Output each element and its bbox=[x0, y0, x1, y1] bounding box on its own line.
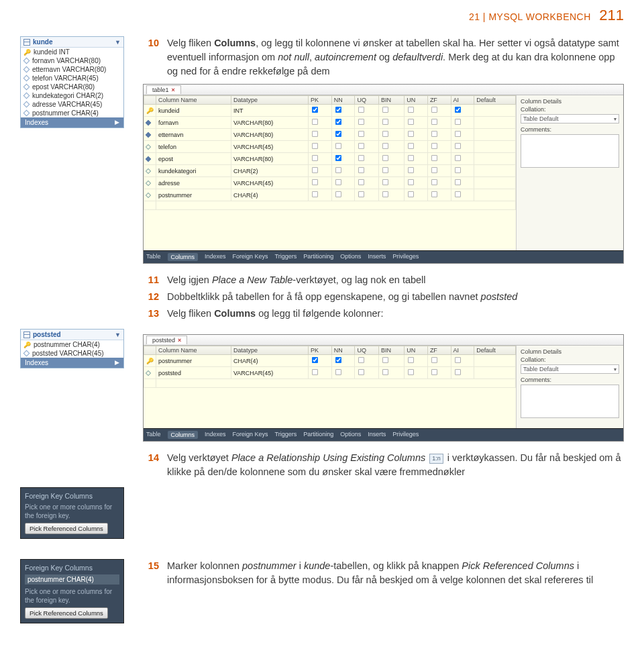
grid-row[interactable]: 🔑postnummerCHAR(4) bbox=[144, 355, 516, 367]
indexes-row[interactable]: Indexes▶ bbox=[21, 358, 123, 368]
grid-checkbox[interactable] bbox=[335, 369, 341, 375]
designer-tab[interactable]: table1× bbox=[146, 85, 181, 94]
grid-checkbox[interactable] bbox=[312, 155, 318, 161]
grid-checkbox[interactable] bbox=[408, 155, 414, 161]
grid-checkbox[interactable] bbox=[335, 167, 341, 173]
grid-checkbox[interactable] bbox=[382, 119, 388, 125]
grid-checkbox[interactable] bbox=[335, 143, 341, 149]
designer-tab-partitioning[interactable]: Partitioning bbox=[303, 431, 333, 439]
collation-dropdown[interactable]: Table Default▾ bbox=[521, 364, 619, 374]
designer-tab-table[interactable]: Table bbox=[146, 431, 161, 439]
grid-checkbox[interactable] bbox=[358, 357, 364, 363]
grid-row[interactable]: etternavnVARCHAR(80) bbox=[144, 129, 516, 141]
grid-checkbox[interactable] bbox=[431, 131, 437, 137]
designer-tab-triggers[interactable]: Triggers bbox=[275, 431, 297, 439]
grid-checkbox[interactable] bbox=[358, 155, 364, 161]
close-icon[interactable]: × bbox=[178, 337, 181, 344]
designer-tab-partitioning[interactable]: Partitioning bbox=[303, 253, 333, 261]
indexes-row[interactable]: Indexes▶ bbox=[21, 117, 123, 128]
grid-row[interactable]: fornavnVARCHAR(80) bbox=[144, 117, 516, 129]
grid-checkbox[interactable] bbox=[455, 143, 461, 149]
grid-checkbox[interactable] bbox=[408, 191, 414, 197]
comments-textarea[interactable] bbox=[521, 385, 619, 418]
grid-row[interactable]: kundekategoriCHAR(2) bbox=[144, 165, 516, 177]
comments-textarea[interactable] bbox=[521, 134, 619, 168]
grid-checkbox[interactable] bbox=[335, 131, 341, 137]
grid-checkbox[interactable] bbox=[455, 357, 461, 363]
grid-checkbox[interactable] bbox=[431, 369, 437, 375]
designer-tab-indexes[interactable]: Indexes bbox=[205, 253, 226, 261]
grid-checkbox[interactable] bbox=[382, 155, 388, 161]
grid-checkbox[interactable] bbox=[335, 179, 341, 185]
designer-tab-options[interactable]: Options bbox=[340, 431, 361, 439]
grid-checkbox[interactable] bbox=[431, 119, 437, 125]
grid-checkbox[interactable] bbox=[335, 119, 341, 125]
grid-checkbox[interactable] bbox=[312, 167, 318, 173]
collapse-icon[interactable]: ▼ bbox=[115, 39, 121, 46]
grid-row[interactable]: postnummerCHAR(4) bbox=[144, 189, 516, 201]
grid-checkbox[interactable] bbox=[358, 143, 364, 149]
designer-tab-foreign keys[interactable]: Foreign Keys bbox=[233, 253, 268, 261]
grid-checkbox[interactable] bbox=[358, 167, 364, 173]
designer-tab-foreign keys[interactable]: Foreign Keys bbox=[233, 431, 268, 439]
grid-checkbox[interactable] bbox=[312, 179, 318, 185]
designer-tab-privileges[interactable]: Privileges bbox=[392, 253, 419, 261]
grid-checkbox[interactable] bbox=[382, 143, 388, 149]
grid-checkbox[interactable] bbox=[431, 357, 437, 363]
grid-checkbox[interactable] bbox=[408, 143, 414, 149]
grid-checkbox[interactable] bbox=[408, 131, 414, 137]
grid-checkbox[interactable] bbox=[431, 107, 437, 113]
columns-grid[interactable]: Column NameDatatypePKNNUQBINUNZFAIDefaul… bbox=[144, 95, 516, 210]
grid-checkbox[interactable] bbox=[431, 143, 437, 149]
designer-tab-columns[interactable]: Columns bbox=[168, 431, 199, 439]
designer-tab-options[interactable]: Options bbox=[340, 253, 361, 261]
grid-checkbox[interactable] bbox=[431, 191, 437, 197]
grid-checkbox[interactable] bbox=[358, 191, 364, 197]
designer-tab-triggers[interactable]: Triggers bbox=[275, 253, 297, 261]
grid-checkbox[interactable] bbox=[358, 369, 364, 375]
grid-row[interactable]: poststedVARCHAR(45) bbox=[144, 367, 516, 379]
grid-checkbox[interactable] bbox=[312, 131, 318, 137]
grid-checkbox[interactable] bbox=[431, 155, 437, 161]
grid-checkbox[interactable] bbox=[455, 191, 461, 197]
designer-tab-inserts[interactable]: Inserts bbox=[368, 253, 386, 261]
grid-checkbox[interactable] bbox=[312, 357, 318, 363]
grid-checkbox[interactable] bbox=[455, 155, 461, 161]
grid-checkbox[interactable] bbox=[312, 107, 318, 113]
grid-checkbox[interactable] bbox=[335, 191, 341, 197]
designer-tab-inserts[interactable]: Inserts bbox=[368, 431, 386, 439]
columns-grid[interactable]: Column NameDatatypePKNNUQBINUNZFAIDefaul… bbox=[144, 346, 516, 388]
grid-checkbox[interactable] bbox=[455, 131, 461, 137]
designer-tab[interactable]: poststed× bbox=[146, 336, 187, 344]
grid-checkbox[interactable] bbox=[358, 131, 364, 137]
grid-row[interactable]: adresseVARCHAR(45) bbox=[144, 177, 516, 189]
collation-dropdown[interactable]: Table Default▾ bbox=[521, 114, 619, 123]
grid-checkbox[interactable] bbox=[408, 369, 414, 375]
grid-checkbox[interactable] bbox=[358, 107, 364, 113]
grid-checkbox[interactable] bbox=[335, 155, 341, 161]
grid-checkbox[interactable] bbox=[455, 167, 461, 173]
grid-checkbox[interactable] bbox=[312, 369, 318, 375]
grid-checkbox[interactable] bbox=[455, 107, 461, 113]
grid-checkbox[interactable] bbox=[408, 167, 414, 173]
designer-tab-privileges[interactable]: Privileges bbox=[392, 431, 419, 439]
grid-checkbox[interactable] bbox=[455, 179, 461, 185]
grid-checkbox[interactable] bbox=[382, 131, 388, 137]
grid-checkbox[interactable] bbox=[408, 179, 414, 185]
designer-tab-table[interactable]: Table bbox=[146, 253, 161, 261]
grid-row[interactable]: telefonVARCHAR(45) bbox=[144, 141, 516, 153]
fk-selected-column[interactable]: postnummer CHAR(4) bbox=[25, 574, 119, 585]
collapse-icon[interactable]: ▼ bbox=[115, 332, 121, 338]
grid-checkbox[interactable] bbox=[358, 119, 364, 125]
grid-checkbox[interactable] bbox=[382, 107, 388, 113]
grid-checkbox[interactable] bbox=[455, 369, 461, 375]
grid-row[interactable]: epostVARCHAR(80) bbox=[144, 153, 516, 165]
grid-checkbox[interactable] bbox=[382, 357, 388, 363]
grid-checkbox[interactable] bbox=[431, 179, 437, 185]
pick-referenced-columns-button[interactable]: Pick Referenced Columns bbox=[25, 607, 108, 619]
grid-checkbox[interactable] bbox=[335, 357, 341, 363]
grid-checkbox[interactable] bbox=[358, 179, 364, 185]
pick-referenced-columns-button[interactable]: Pick Referenced Columns bbox=[25, 523, 108, 534]
grid-row[interactable]: 🔑kundeidINT bbox=[144, 105, 516, 117]
grid-checkbox[interactable] bbox=[408, 357, 414, 363]
